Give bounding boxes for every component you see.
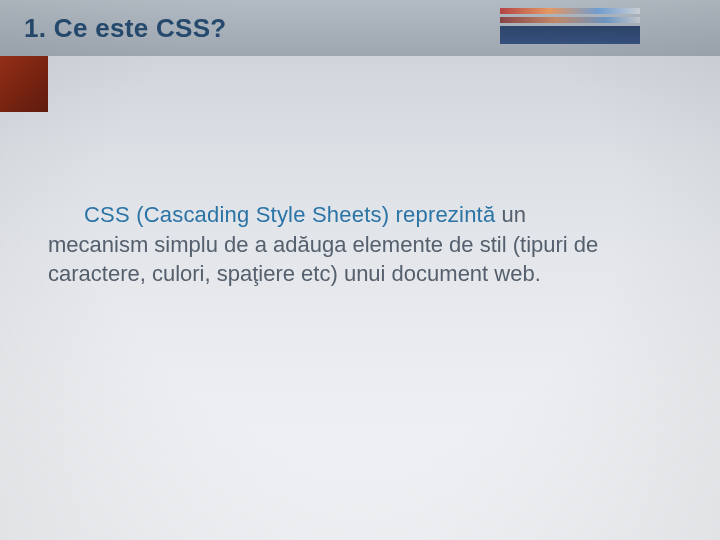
accent-block [0,56,48,112]
paragraph-lead: CSS (Cascading Style Sheets) reprezintă [84,202,495,227]
slide-body: CSS (Cascading Style Sheets) reprezintă … [48,200,620,289]
title-decoration [500,6,640,48]
decor-stripe [500,8,640,14]
decor-stripe [500,26,640,44]
body-paragraph: CSS (Cascading Style Sheets) reprezintă … [48,200,620,289]
slide-title: 1. Ce este CSS? [24,13,226,44]
decor-stripe [500,17,640,23]
slide-title-bar: 1. Ce este CSS? [0,0,720,56]
